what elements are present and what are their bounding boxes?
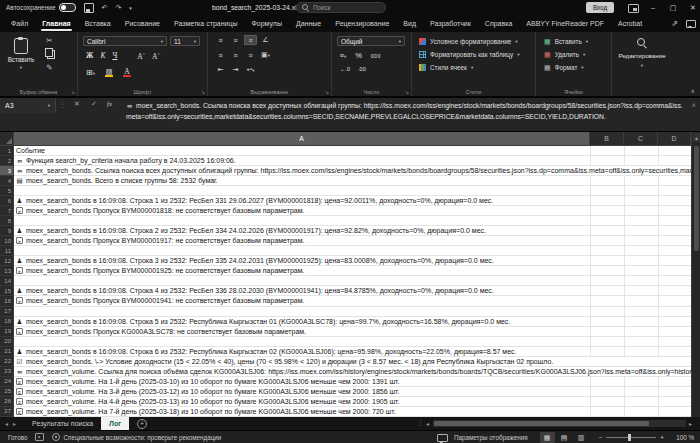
cell-styles-button[interactable]: Стили ячеек▾ [419,61,519,74]
zoom-slider-thumb[interactable] [628,434,631,441]
dialog-launcher-icon[interactable]: ↘ [201,89,205,95]
display-options-button[interactable]: Параметры отображения [437,434,528,442]
comments-icon[interactable] [686,20,696,28]
row-number[interactable]: 4 [0,176,14,186]
borders-button[interactable]: ⊞▾ [86,68,95,77]
log-cell[interactable]: moex_search_volume. На 7-й день (2025-03… [14,407,691,417]
collapse-ribbon-button[interactable]: ∧ [691,87,695,94]
increase-indent-button[interactable]: ⇥ [229,65,242,75]
log-cell[interactable]: moex_search_volume. Ссылка для поиска об… [14,367,691,377]
zoom-in-icon[interactable]: + [660,434,664,441]
dialog-launcher-icon[interactable]: ↘ [325,89,329,95]
insert-function-icon[interactable]: fx [107,100,112,108]
row-number[interactable]: 20 [0,337,14,347]
column-header-a[interactable]: A [14,132,590,146]
shrink-font-button[interactable]: А˅ [152,51,160,61]
log-cell[interactable]: moex_search_bonds в 16:09:08. Строка 5 и… [14,317,691,327]
zoom-out-icon[interactable]: − [599,434,603,441]
zoom-slider[interactable] [606,437,656,438]
format-painter-icon[interactable]: ✎ [46,64,52,72]
log-cell[interactable]: moex_search_bonds Пропуск KG000A3LSC78: … [14,327,691,337]
ribbon-tab[interactable]: Данные [289,15,328,32]
row-number[interactable]: 21 [0,347,14,357]
log-cell[interactable] [14,307,691,317]
italic-button[interactable]: К [100,51,105,60]
normal-view-button[interactable]: ▦ [540,432,555,443]
ribbon-tab[interactable]: Файл [4,15,35,32]
align-middle-button[interactable]: ≡ [229,35,242,45]
scroll-up-icon[interactable]: ▲ [693,133,700,142]
ribbon-tab[interactable]: Вставка [78,15,118,32]
undo-icon[interactable]: ↶ [102,4,108,12]
enter-icon[interactable]: ✓ [91,100,97,108]
cut-icon[interactable]: ✂ [46,37,52,45]
row-number[interactable]: 5 [0,186,14,196]
log-cell[interactable]: moex_search_bonds в 16:09:08. Строка 3 и… [14,256,691,266]
log-cell[interactable]: moex_search_volume. На 1-й день (2025-03… [14,377,691,387]
format-as-table-button[interactable]: Форматировать как таблицу▾ [419,48,519,61]
log-cell[interactable]: moex_search_bonds Пропуск BYM000001917: … [14,236,691,246]
sheet-tab-results[interactable]: Результаты поиска [24,417,101,430]
log-cell[interactable] [14,216,691,226]
conditional-formatting-button[interactable]: Условное форматирование▾ [419,35,519,48]
hscroll-left-icon[interactable]: ◂ [426,420,429,427]
dialog-launcher-icon[interactable]: ↘ [71,89,75,95]
log-cell[interactable] [14,246,691,256]
row-number[interactable]: 19 [0,327,14,337]
quick-access-chevron-icon[interactable]: ▾ [129,5,132,11]
sheetbar-splitter[interactable]: ⋮ [417,419,424,427]
insert-cells-button[interactable]: ▦ Вставить▾ [544,35,588,48]
comma-format-button[interactable]: 000 [371,53,381,59]
row-number[interactable]: 12 [0,256,14,266]
save-icon[interactable] [84,3,94,13]
formula-bar-handle[interactable]: ⋮ [59,101,66,109]
underline-button[interactable]: Ч [112,51,117,60]
row-number[interactable]: 10 [0,236,14,246]
dialog-launcher-icon[interactable]: ↘ [405,89,409,95]
page-layout-view-button[interactable]: ▤ [557,432,572,443]
decrease-decimal-button[interactable]: .00 [358,66,366,72]
ribbon-tab[interactable]: Главная [35,15,77,32]
log-cell[interactable]: moex_search_bonds в 16:09:08. Строка 2 и… [14,226,691,236]
log-cell[interactable] [14,186,691,196]
vertical-scroll-thumb[interactable] [694,146,699,251]
accessibility-status[interactable]: Специальные возможности: проверьте реком… [52,433,221,441]
sheet-tab-log[interactable]: Лог [101,417,129,430]
maximize-button[interactable]: ▢ [664,0,682,15]
row-number[interactable]: 3 [0,166,14,176]
format-cells-button[interactable]: ▦ Формат▾ [544,61,588,74]
sign-in-button[interactable]: Вход [586,2,614,13]
grow-font-button[interactable]: А˄ [137,51,145,61]
ribbon-display-icon[interactable] [628,4,639,13]
close-button[interactable]: ✕ [684,0,700,15]
ribbon-tab[interactable]: Acrobat [611,15,649,32]
font-size-select[interactable]: 11▾ [170,36,200,46]
column-header-c[interactable]: C [624,132,658,146]
row-number[interactable]: 26 [0,397,14,407]
autosave-toggle[interactable] [59,3,76,12]
percent-format-button[interactable]: % [355,51,362,60]
sheet-nav-right-icon[interactable]: ▸ [13,420,16,427]
log-cell[interactable]: moex_search_bonds. Ссылка поиска всех до… [14,166,691,176]
align-left-button[interactable]: ≡ [214,50,227,60]
cancel-icon[interactable]: ✕ [74,100,80,108]
log-cell[interactable]: moex_search_bonds в 16:09:08. Строка 4 и… [14,286,691,296]
log-cell[interactable]: moex_search_bonds. \-> Условие доходност… [14,357,691,367]
font-color-button[interactable]: А [123,67,131,77]
log-cell[interactable]: Событие [14,146,691,156]
macro-record-button[interactable] [35,433,44,441]
ribbon-tab[interactable]: Разработчик [423,15,478,32]
decrease-indent-button[interactable]: ⇤ [214,65,227,75]
page-break-view-button[interactable]: ▥ [574,432,589,443]
vertical-scrollbar[interactable]: ▲ [691,132,700,417]
row-number[interactable]: 22 [0,357,14,367]
select-all-corner[interactable] [0,132,14,146]
row-number[interactable]: 6 [0,196,14,206]
delete-cells-button[interactable]: ▦ Удалить▾ [544,48,588,61]
log-cell[interactable]: moex_search_bonds в 16:09:08. Строка 1 и… [14,196,691,206]
sheet-nav-left-icon[interactable]: ◂ [5,420,8,427]
share-icon[interactable]: ⇗ [671,19,678,28]
name-box[interactable]: A3▾ [0,98,56,113]
ribbon-tab[interactable]: Рецензирование [328,15,396,32]
ribbon-tab[interactable]: Формулы [245,15,289,32]
